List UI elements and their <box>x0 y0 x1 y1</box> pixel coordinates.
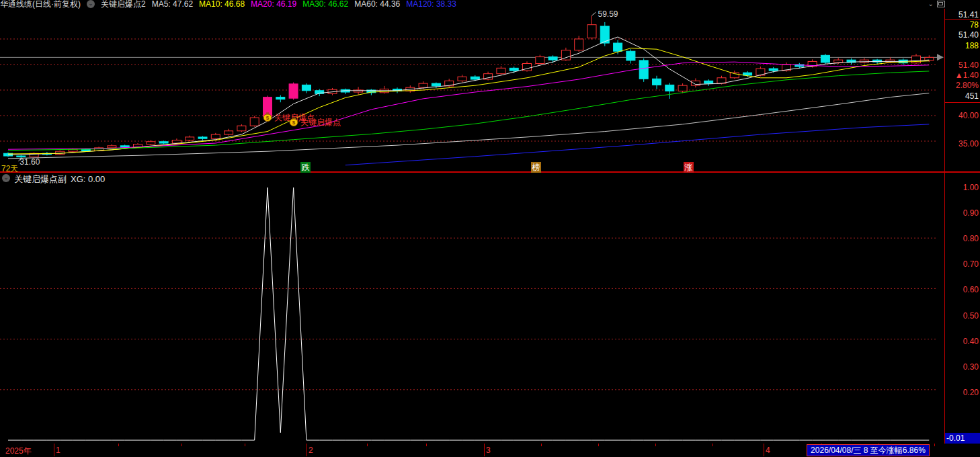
ma-value: MA120: 38.33 <box>406 0 456 9</box>
price-arrow-icon <box>937 54 944 60</box>
axis-tick-label: 0.80 <box>946 234 979 243</box>
candle <box>471 77 479 79</box>
ma-values-list: MA5: 47.62MA10: 46.68MA20: 46.19MA30: 46… <box>152 0 456 9</box>
candle <box>497 68 505 73</box>
minor-tick <box>367 444 368 446</box>
axis-tick-label: 0.60 <box>946 285 979 294</box>
candle <box>108 146 116 148</box>
minor-tick <box>181 444 182 446</box>
candle <box>653 79 661 85</box>
axis-tick-label: 40.00 <box>946 111 979 120</box>
quote-box-line <box>945 102 980 103</box>
sub-indicator-name: 关键启爆点副 <box>14 174 67 185</box>
ma-value: MA60: 44.36 <box>354 0 400 9</box>
month-label: 2 <box>309 446 313 455</box>
candle <box>665 85 674 91</box>
minor-tick <box>426 444 427 446</box>
month-label: 4 <box>766 446 770 455</box>
ma-line-ma120 <box>345 124 930 165</box>
month-tick <box>484 444 485 456</box>
price-change: ▲1.40 <box>955 71 979 80</box>
candle <box>587 25 596 38</box>
axis-tick-label: 0.40 <box>946 337 979 346</box>
ask-price: 51.41 <box>958 11 979 19</box>
main-indicator-name: 关键启爆点2 <box>101 0 146 9</box>
chevron-down-icon[interactable]: ⌄ <box>2 174 10 182</box>
candle <box>224 131 233 134</box>
ma-line-ma20 <box>8 62 929 149</box>
candle <box>536 57 544 64</box>
month-tick <box>764 444 764 456</box>
candle <box>821 55 829 63</box>
candle <box>743 73 752 75</box>
change-percent: 2.80% <box>956 81 979 90</box>
xg-signal-line <box>8 188 929 440</box>
candle <box>159 142 168 143</box>
candle <box>639 60 648 79</box>
candle <box>250 118 259 126</box>
minor-tick <box>245 444 245 446</box>
rank-button-榜[interactable]: 榜 <box>531 162 541 173</box>
money-bag-icon: $ <box>266 115 270 121</box>
ma-value: MA30: 46.62 <box>302 0 348 9</box>
minor-tick <box>934 444 935 446</box>
candle <box>120 146 129 147</box>
candle <box>237 126 246 131</box>
month-tick <box>307 444 307 456</box>
candle <box>172 140 181 143</box>
time-axis-bar: 2025年 1234 2026/04/08/三 8 至今涨幅6.86% <box>0 444 980 457</box>
low-price-label: 31.60 <box>19 157 40 167</box>
ma-line-ma10 <box>8 48 929 154</box>
signal-label: 关键启爆点 <box>300 118 341 127</box>
month-label: 3 <box>486 446 491 455</box>
minor-tick <box>118 444 119 446</box>
rank-button-跌[interactable]: 跌 <box>300 162 311 173</box>
money-bag-icon: $ <box>292 120 296 126</box>
sub-indicator-value: XG: 0.00 <box>71 174 105 185</box>
candle <box>458 77 466 81</box>
days-count-label: 72天 <box>1 163 18 175</box>
price-axis-panel: 51.417851.4018851.40▲1.402.80%451 40.003… <box>945 9 980 444</box>
sub-indicator-chart <box>0 173 944 443</box>
bid-volume: 188 <box>965 42 979 50</box>
candle <box>302 85 311 90</box>
axis-tick-label: 0.90 <box>946 208 979 218</box>
year-label: 2025年 <box>5 446 32 457</box>
last-price: 51.40 <box>958 61 979 70</box>
candle <box>198 137 207 138</box>
candle <box>419 83 427 87</box>
date-info-box: 2026/04/08/三 8 至今涨幅6.86% <box>807 444 930 456</box>
minor-tick <box>541 444 542 446</box>
candle <box>432 83 440 86</box>
candle <box>147 142 155 144</box>
sub-axis-min-label: -0.01 <box>945 433 980 444</box>
candle <box>211 134 220 138</box>
candle <box>691 81 700 85</box>
chevron-down-icon[interactable]: ⌄ <box>87 0 95 8</box>
minor-tick <box>712 444 713 446</box>
ma-line-ma5 <box>8 37 929 155</box>
candle <box>769 69 778 71</box>
candle <box>289 84 298 98</box>
month-label: 1 <box>56 446 60 455</box>
candle <box>509 68 518 71</box>
axis-tick-label: 1.00 <box>946 183 979 192</box>
candle <box>626 51 635 60</box>
chart-header: 华通线缆(日线·前复权) ⌄ 关键启爆点2 MA5: 47.62MA10: 46… <box>0 0 928 9</box>
main-candlestick-chart: 59.5931.60$关键启爆点$关键启爆点 <box>0 9 944 172</box>
high-leader-line <box>592 12 596 15</box>
ask-volume: 78 <box>970 21 979 30</box>
axis-tick-label: 35.00 <box>946 139 979 149</box>
minor-tick <box>598 444 599 446</box>
candle <box>276 97 285 99</box>
month-tick <box>54 444 54 456</box>
high-price-label: 59.59 <box>598 9 618 19</box>
restore-window-icon[interactable] <box>937 1 945 7</box>
candle <box>186 137 194 140</box>
ma-value: MA20: 46.19 <box>251 0 296 9</box>
axis-tick-label: 0.30 <box>946 362 979 372</box>
chevron-icon[interactable]: ⌄ <box>928 1 934 7</box>
rank-button-涨[interactable]: 涨 <box>684 162 694 173</box>
ma-line-ma60 <box>8 93 929 159</box>
ma-value: MA10: 46.68 <box>199 0 245 9</box>
